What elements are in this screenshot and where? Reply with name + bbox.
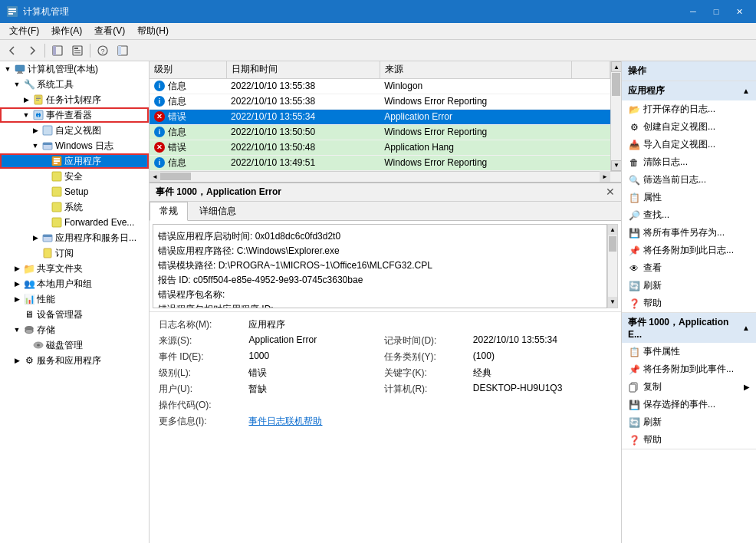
forward-button[interactable] xyxy=(23,42,41,59)
minimize-button[interactable]: ─ xyxy=(682,2,704,21)
expand-device-manager[interactable] xyxy=(12,310,21,319)
tree-security-log[interactable]: 安全 xyxy=(0,169,149,184)
tree-device-manager[interactable]: 🖥 设备管理器 xyxy=(0,307,149,322)
action-attach-task-log[interactable]: 📌 将任务附加到此日志... xyxy=(622,242,756,259)
event-list-vscroll[interactable]: ▲ ▼ xyxy=(610,61,621,171)
menu-action[interactable]: 操作(A) xyxy=(45,23,88,39)
expand-task-scheduler[interactable]: ▶ xyxy=(21,95,31,104)
detail-scroll-down[interactable]: ▼ xyxy=(608,297,617,308)
expand-subscription[interactable] xyxy=(31,248,40,258)
expand-local-users[interactable]: ▶ xyxy=(12,279,21,288)
expand-custom-view[interactable]: ▶ xyxy=(31,126,40,135)
hscroll-left[interactable]: ◄ xyxy=(150,171,160,182)
show-hide-console-button[interactable] xyxy=(48,42,67,59)
action-import-view[interactable]: 📥 导入自定义视图... xyxy=(622,136,756,153)
moreinfo-link[interactable]: 事件日志联机帮助 xyxy=(248,416,322,426)
tree-task-scheduler[interactable]: ▶ 任务计划程序 xyxy=(0,92,149,107)
expand-storage[interactable]: ▼ xyxy=(12,325,21,334)
expand-shared-folders[interactable]: ▶ xyxy=(12,264,21,273)
tree-system-tools[interactable]: ▼ 🔧 系统工具 xyxy=(0,77,149,92)
tree-subscription[interactable]: 订阅 xyxy=(0,245,149,261)
expand-event-viewer[interactable]: ▼ xyxy=(21,110,31,120)
action-refresh-event[interactable]: 🔄 刷新 xyxy=(622,413,756,431)
tree-application-log[interactable]: 应用程序 xyxy=(0,153,149,169)
tree-local-users[interactable]: ▶ 👥 本地用户和组 xyxy=(0,276,149,291)
action-help-event[interactable]: ❓ 帮助 xyxy=(622,431,756,449)
col-datetime[interactable]: 日期和时间 xyxy=(226,61,380,78)
maximize-button[interactable]: □ xyxy=(705,2,727,21)
vscroll-up[interactable]: ▲ xyxy=(611,61,622,72)
action-create-view[interactable]: ⚙ 创建自定义视图... xyxy=(622,118,756,136)
hscroll-thumb[interactable] xyxy=(160,173,191,180)
detail-scroll-up[interactable]: ▲ xyxy=(608,225,617,235)
tree-custom-view[interactable]: ▶ 自定义视图 xyxy=(0,123,149,138)
expand-setup-log[interactable] xyxy=(40,187,49,196)
tree-shared-folders[interactable]: ▶ 📁 共享文件夹 xyxy=(0,261,149,276)
action-open-log[interactable]: 📂 打开保存的日志... xyxy=(622,100,756,118)
action-save-all[interactable]: 💾 将所有事件另存为... xyxy=(622,224,756,242)
close-button[interactable]: ✕ xyxy=(728,2,750,21)
event-actions-title-text: 事件 1000，Application E... xyxy=(628,316,742,340)
menu-help[interactable]: 帮助(H) xyxy=(131,23,175,39)
expand-application-log[interactable] xyxy=(40,156,49,166)
event-row-4[interactable]: i 信息 2022/10/10 13:50:50 Windows Error R… xyxy=(150,124,610,140)
action-view[interactable]: 👁 查看 xyxy=(622,259,756,277)
vscroll-thumb[interactable] xyxy=(612,73,620,96)
expand-performance[interactable]: ▶ xyxy=(12,295,21,304)
col-level[interactable]: 级别 xyxy=(150,61,226,78)
back-button[interactable] xyxy=(3,42,21,59)
action-attach-task-event[interactable]: 📌 将任务附加到此事件... xyxy=(622,360,756,378)
event-row-3[interactable]: ✕ 错误 2022/10/10 13:55:34 Application Err… xyxy=(150,109,610,124)
tab-general[interactable]: 常规 xyxy=(150,202,188,221)
help-button[interactable]: ? xyxy=(94,42,112,59)
expand-forwarded-events[interactable] xyxy=(40,218,49,227)
event-actions-title[interactable]: 事件 1000，Application E... ▲ xyxy=(622,313,756,343)
action-clear-log[interactable]: 🗑 清除日志... xyxy=(622,153,756,171)
event-row-2[interactable]: i 信息 2022/10/10 13:55:38 Windows Error R… xyxy=(150,94,610,109)
tree-services-apps[interactable]: ▶ ⚙ 服务和应用程序 xyxy=(0,353,149,368)
expand-services-apps[interactable]: ▶ xyxy=(12,356,21,365)
tree-forwarded-events[interactable]: Forwarded Eve... xyxy=(0,215,149,230)
tree-setup-log[interactable]: Setup xyxy=(0,184,149,199)
action-help-app[interactable]: ❓ 帮助 xyxy=(622,295,756,312)
tree-system-log[interactable]: 系统 xyxy=(0,199,149,215)
detail-close-button[interactable]: ✕ xyxy=(606,186,615,198)
action-refresh-app[interactable]: 🔄 刷新 xyxy=(622,277,756,295)
tab-detail[interactable]: 详细信息 xyxy=(189,202,246,220)
action-properties[interactable]: 📋 属性 xyxy=(622,189,756,206)
col-source[interactable]: 来源 xyxy=(380,61,571,78)
event-row-1[interactable]: i 信息 2022/10/10 13:55:38 Winlogon xyxy=(150,78,610,94)
menu-view[interactable]: 查看(V) xyxy=(88,23,131,39)
tree-root[interactable]: ▼ 计算机管理(本地) xyxy=(0,61,149,77)
extra-button[interactable] xyxy=(113,42,132,59)
value-keywords: 经典 xyxy=(470,365,615,381)
event-row-6[interactable]: i 信息 2022/10/10 13:49:51 Windows Error R… xyxy=(150,155,610,170)
action-filter-log[interactable]: 🔍 筛选当前日志... xyxy=(622,171,756,189)
tree-performance[interactable]: ▶ 📊 性能 xyxy=(0,291,149,307)
tree-windows-log[interactable]: ▼ Windows 日志 xyxy=(0,138,149,153)
expand-app-service-log[interactable]: ▶ xyxy=(31,233,40,242)
action-copy[interactable]: 复制 ▶ xyxy=(622,378,756,396)
event-source-3: Application Error xyxy=(380,109,571,124)
tree-event-viewer[interactable]: ▼ 事件查看器 xyxy=(0,107,149,123)
tree-storage[interactable]: ▼ 存储 xyxy=(0,322,149,337)
properties-button[interactable] xyxy=(68,42,87,59)
expand-root[interactable]: ▼ xyxy=(3,64,12,74)
tree-disk-management[interactable]: 磁盘管理 xyxy=(0,337,149,353)
action-save-selected[interactable]: 💾 保存选择的事件... xyxy=(622,396,756,413)
menu-file[interactable]: 文件(F) xyxy=(3,23,45,39)
detail-scroll-thumb[interactable] xyxy=(609,236,616,252)
expand-disk-management[interactable] xyxy=(21,341,31,350)
expand-system-tools[interactable]: ▼ xyxy=(12,80,21,89)
action-event-properties[interactable]: 📋 事件属性 xyxy=(622,343,756,360)
expand-windows-log[interactable]: ▼ xyxy=(31,141,40,150)
expand-security-log[interactable] xyxy=(40,172,49,181)
tree-app-service-log[interactable]: ▶ 应用程序和服务日... xyxy=(0,230,149,245)
hscroll-right[interactable]: ► xyxy=(600,171,610,182)
detail-text-vscroll[interactable]: ▲ ▼ xyxy=(607,224,618,308)
app-actions-title[interactable]: 应用程序 ▲ xyxy=(622,81,756,100)
vscroll-down[interactable]: ▼ xyxy=(611,160,622,171)
action-find[interactable]: 🔎 查找... xyxy=(622,206,756,224)
expand-system-log[interactable] xyxy=(40,202,49,212)
event-row-5[interactable]: ✕ 错误 2022/10/10 13:50:48 Application Han… xyxy=(150,140,610,155)
